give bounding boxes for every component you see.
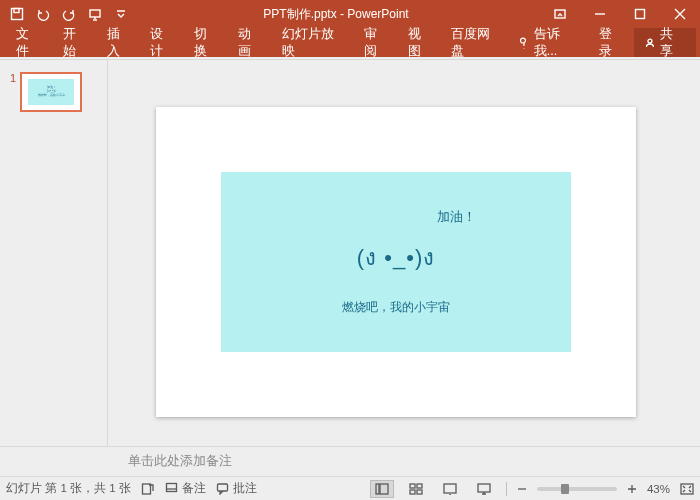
slide-canvas[interactable]: 加油！ (ง •_•)ง 燃烧吧，我的小宇宙 — [156, 107, 636, 417]
sorter-view-button[interactable] — [404, 480, 428, 498]
tab-file[interactable]: 文件 — [4, 28, 54, 57]
svg-rect-9 — [217, 484, 227, 491]
thumbnail-preview: 加油！ (ง •_•)ง 燃烧吧，我的小宇宙 — [20, 72, 82, 112]
zoom-out-button[interactable] — [517, 484, 527, 494]
window-title: PPT制作.pptx - PowerPoint — [132, 6, 540, 23]
svg-rect-0 — [12, 9, 23, 20]
slide-text-bot: 燃烧吧，我的小宇宙 — [342, 299, 450, 316]
tab-review[interactable]: 审阅 — [355, 28, 399, 57]
svg-rect-18 — [681, 484, 693, 494]
svg-rect-8 — [166, 484, 176, 492]
svg-point-5 — [520, 38, 525, 43]
svg-rect-4 — [636, 10, 645, 19]
slide-thumbnails-panel: 1 加油！ (ง •_•)ง 燃烧吧，我的小宇宙 — [0, 60, 108, 446]
svg-point-6 — [648, 39, 652, 43]
save-button[interactable] — [6, 3, 28, 25]
notes-toggle[interactable]: 备注 — [165, 481, 206, 496]
redo-button[interactable] — [58, 3, 80, 25]
svg-rect-16 — [444, 484, 456, 493]
tab-animations[interactable]: 动画 — [229, 28, 273, 57]
svg-rect-10 — [376, 484, 379, 494]
signin-button[interactable]: 登录 — [589, 26, 635, 60]
undo-button[interactable] — [32, 3, 54, 25]
zoom-slider[interactable] — [537, 487, 617, 491]
tab-transitions[interactable]: 切换 — [185, 28, 229, 57]
slide-text-top: 加油！ — [437, 208, 476, 226]
svg-rect-11 — [380, 484, 388, 494]
status-bar: 幻灯片 第 1 张，共 1 张 备注 批注 43% — [0, 476, 700, 500]
zoom-slider-thumb[interactable] — [561, 484, 569, 494]
tab-design[interactable]: 设计 — [141, 28, 185, 57]
tab-view[interactable]: 视图 — [399, 28, 443, 57]
normal-view-button[interactable] — [370, 480, 394, 498]
qat-customize-button[interactable] — [110, 3, 132, 25]
notes-placeholder: 单击此处添加备注 — [128, 453, 232, 470]
svg-rect-14 — [410, 490, 415, 494]
slide-editor[interactable]: 加油！ (ง •_•)ง 燃烧吧，我的小宇宙 — [108, 60, 684, 446]
tell-me-button[interactable]: 告诉我... — [512, 26, 589, 60]
svg-rect-12 — [410, 484, 415, 488]
notes-pane[interactable]: 单击此处添加备注 — [0, 446, 700, 476]
work-area: 1 加油！ (ง •_•)ง 燃烧吧，我的小宇宙 加油！ (ง •_•)ง 燃烧… — [0, 60, 700, 446]
vertical-scrollbar[interactable] — [684, 60, 700, 446]
svg-rect-2 — [90, 10, 100, 17]
share-label: 共享 — [660, 26, 686, 60]
thumbnail-number: 1 — [10, 72, 16, 84]
slide-counter[interactable]: 幻灯片 第 1 张，共 1 张 — [6, 481, 131, 496]
ribbon-tabs: 文件 开始 插入 设计 切换 动画 幻灯片放映 审阅 视图 百度网盘 告诉我..… — [0, 28, 700, 57]
tell-me-label: 告诉我... — [534, 26, 583, 60]
svg-rect-1 — [14, 9, 19, 13]
svg-rect-13 — [417, 484, 422, 488]
tab-home[interactable]: 开始 — [54, 28, 98, 57]
share-button[interactable]: 共享 — [634, 28, 696, 57]
close-button[interactable] — [660, 0, 700, 28]
spellcheck-button[interactable] — [141, 482, 155, 496]
tab-slideshow[interactable]: 幻灯片放映 — [273, 28, 355, 57]
svg-rect-15 — [417, 490, 422, 494]
tab-baidu[interactable]: 百度网盘 — [442, 28, 512, 57]
start-from-beginning-button[interactable] — [84, 3, 106, 25]
reading-view-button[interactable] — [438, 480, 462, 498]
title-bar: PPT制作.pptx - PowerPoint — [0, 0, 700, 28]
minimize-button[interactable] — [580, 0, 620, 28]
slide-content-box[interactable]: 加油！ (ง •_•)ง 燃烧吧，我的小宇宙 — [221, 172, 571, 352]
quick-access-toolbar — [0, 3, 132, 25]
slide-text-mid: (ง •_•)ง — [357, 240, 435, 275]
svg-rect-17 — [478, 484, 490, 492]
slideshow-view-button[interactable] — [472, 480, 496, 498]
thumbnail-1[interactable]: 1 加油！ (ง •_•)ง 燃烧吧，我的小宇宙 — [10, 72, 82, 112]
fit-to-window-button[interactable] — [680, 483, 694, 495]
maximize-button[interactable] — [620, 0, 660, 28]
zoom-in-button[interactable] — [627, 484, 637, 494]
tab-insert[interactable]: 插入 — [98, 28, 142, 57]
ribbon-options-button[interactable] — [540, 0, 580, 28]
comments-toggle[interactable]: 批注 — [216, 481, 257, 496]
zoom-percent[interactable]: 43% — [647, 483, 670, 495]
window-controls — [540, 0, 700, 28]
